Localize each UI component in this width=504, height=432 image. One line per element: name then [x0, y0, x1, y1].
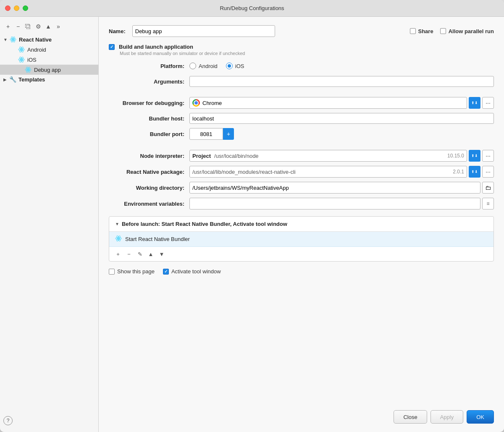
sidebar-item-debug-app[interactable]: Debug app: [0, 65, 98, 75]
allow-parallel-checkbox[interactable]: [440, 28, 446, 34]
bl-add-button[interactable]: +: [113, 249, 123, 259]
bl-move-up-button[interactable]: ▲: [146, 249, 155, 259]
build-launch-row: Build and launch application Must be sta…: [109, 44, 494, 56]
rn-package-select[interactable]: /usr/local/lib/node_modules/react-native…: [189, 166, 467, 178]
rn-package-label: React Native package:: [109, 169, 184, 175]
show-page-label: Show this page: [117, 268, 155, 275]
bundler-host-row: Bundler host:: [109, 113, 494, 124]
activate-window-option[interactable]: Activate tool window: [163, 268, 221, 275]
ios-radio-btn[interactable]: [226, 63, 233, 69]
ios-radio-label: iOS: [235, 63, 244, 69]
working-dir-input[interactable]: [189, 182, 480, 194]
sidebar-item-ios[interactable]: iOS: [0, 55, 98, 65]
main-panel: Name: Share Allow parallel run Build and…: [99, 17, 504, 432]
rn-package-more-button[interactable]: ···: [482, 166, 494, 178]
port-wrapper: +: [189, 128, 234, 140]
android-react-icon: [18, 46, 25, 53]
maximize-button[interactable]: [23, 5, 28, 11]
debug-app-react-icon: [24, 66, 32, 73]
before-launch-toggle[interactable]: ▼: [115, 222, 119, 226]
bundler-port-row: Bundler port: +: [109, 128, 494, 140]
browser-select-wrapper: Chrome ⬆⬇ ···: [189, 97, 494, 109]
close-button[interactable]: [5, 5, 10, 11]
android-radio[interactable]: Android: [189, 63, 218, 69]
env-vars-row: Environment variables: ≡: [109, 198, 494, 209]
node-select-wrapper: Project /usr/local/bin/node 10.15.0 ⬆⬇ ·…: [189, 150, 494, 162]
node-dropdown-button[interactable]: ⬆⬇: [469, 150, 480, 162]
add-config-button[interactable]: +: [3, 22, 13, 31]
before-launch-section: ▼ Before launch: Start React Native Bund…: [109, 216, 494, 262]
share-checkbox[interactable]: [410, 28, 416, 34]
rn-package-dropdown-button[interactable]: ⬆⬇: [469, 166, 480, 178]
env-vars-input[interactable]: [189, 198, 480, 209]
ios-radio[interactable]: iOS: [226, 63, 244, 69]
bundler-react-icon: [115, 235, 122, 243]
folder-browse-button[interactable]: 🗀: [482, 182, 494, 194]
rn-package-wrapper: /usr/local/lib/node_modules/react-native…: [189, 166, 494, 178]
browser-row: Browser for debugging: Chrome ⬆⬇ ···: [109, 97, 494, 109]
env-edit-button[interactable]: ≡: [482, 198, 494, 209]
templates-label: Templates: [18, 76, 45, 83]
arguments-label: Arguments:: [109, 79, 184, 85]
react-native-label: React Native: [19, 37, 52, 43]
browser-dropdown-button[interactable]: ⬆⬇: [469, 97, 480, 109]
name-input[interactable]: [132, 25, 275, 37]
before-launch-title: Before launch: Start React Native Bundle…: [122, 221, 287, 227]
copy-config-button[interactable]: ⿻: [24, 22, 33, 31]
expand-arrow: ▼: [3, 37, 9, 42]
activate-window-label: Activate tool window: [171, 268, 221, 275]
arguments-input[interactable]: [189, 76, 494, 87]
settings-config-button[interactable]: ⚙: [34, 22, 43, 31]
bl-edit-button[interactable]: ✎: [135, 249, 144, 259]
before-launch-item[interactable]: Start React Native Bundler: [109, 232, 494, 247]
bl-remove-button[interactable]: −: [124, 249, 134, 259]
node-more-button[interactable]: ···: [482, 150, 494, 162]
wrench-icon: 🔧: [9, 76, 16, 83]
node-path: /usr/local/bin/node: [214, 153, 444, 159]
browser-select[interactable]: Chrome: [189, 97, 467, 109]
android-radio-btn[interactable]: [189, 63, 196, 69]
ok-button[interactable]: OK: [467, 410, 494, 424]
sidebar-item-react-native[interactable]: ▼ React Native: [0, 34, 98, 45]
node-select[interactable]: Project /usr/local/bin/node 10.15.0: [189, 150, 467, 162]
sidebar-item-templates[interactable]: ▶ 🔧 Templates: [0, 75, 98, 84]
apply-button[interactable]: Apply: [430, 410, 464, 424]
node-interpreter-label: Node interpreter:: [109, 153, 184, 159]
build-launch-hint: Must be started manually on simulator or…: [120, 51, 245, 56]
bundler-port-input[interactable]: [189, 128, 223, 140]
android-radio-label: Android: [199, 63, 218, 69]
rn-package-row: React Native package: /usr/local/lib/nod…: [109, 166, 494, 178]
allow-parallel-group: Allow parallel run: [440, 28, 494, 34]
env-wrapper: ≡: [189, 198, 494, 209]
remove-config-button[interactable]: −: [13, 22, 23, 31]
footer-options: Show this page Activate tool window: [109, 268, 494, 275]
help-button[interactable]: ?: [3, 416, 13, 425]
before-launch-item-label: Start React Native Bundler: [125, 236, 190, 242]
port-increment-button[interactable]: +: [223, 128, 234, 140]
browser-value: Chrome: [202, 100, 222, 106]
move-up-button[interactable]: ▲: [44, 22, 53, 31]
folder-icon: 🗀: [485, 184, 491, 191]
bundler-host-input[interactable]: [189, 113, 494, 124]
chrome-icon: [192, 99, 200, 107]
build-launch-checkbox[interactable]: [109, 44, 115, 50]
browser-more-button[interactable]: ···: [482, 97, 494, 109]
window-title: Run/Debug Configurations: [220, 5, 284, 11]
arguments-row: Arguments:: [109, 76, 494, 87]
sidebar-item-android[interactable]: Android: [0, 45, 98, 55]
titlebar: Run/Debug Configurations: [0, 0, 504, 17]
bl-move-down-button[interactable]: ▼: [157, 249, 166, 259]
show-page-checkbox[interactable]: [109, 269, 115, 275]
minimize-button[interactable]: [14, 5, 19, 11]
activate-window-checkbox[interactable]: [163, 269, 169, 275]
close-button[interactable]: Close: [394, 410, 427, 424]
browser-label: Browser for debugging:: [109, 100, 184, 106]
more-button[interactable]: »: [54, 22, 63, 31]
bundler-port-label: Bundler port:: [109, 131, 184, 137]
name-row: Name: Share Allow parallel run: [109, 25, 494, 37]
show-page-option[interactable]: Show this page: [109, 268, 155, 275]
env-vars-label: Environment variables:: [109, 201, 184, 207]
ios-react-icon: [18, 56, 25, 63]
before-launch-content: Start React Native Bundler + − ✎ ▲ ▼: [109, 232, 494, 261]
edit-icon: ≡: [486, 201, 489, 207]
